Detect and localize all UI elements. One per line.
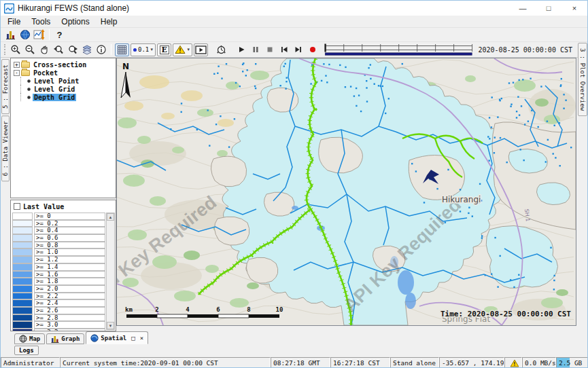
tree-item-cross-section[interactable]: +Cross-section (11, 60, 116, 69)
tree-item-label: Pocket (32, 69, 59, 77)
tree-toggle-icon[interactable]: - (14, 70, 20, 76)
logs-row: Logs (1, 344, 588, 357)
legend-row: >= 2.2 (12, 293, 105, 300)
legend-label: >= 3.2 (34, 329, 105, 331)
tab-5-forecast[interactable]: 5 : Forecast (1, 59, 10, 114)
labels-toggle-button[interactable]: E (157, 43, 171, 56)
skip-to-end-icon (294, 45, 303, 54)
legend-label: >= 0.4 (34, 227, 105, 234)
data-explorer-button[interactable] (3, 29, 18, 41)
scale-tick-label: 10 (276, 306, 283, 313)
status-system-time: Current system time:2020-09-01 00:00 CST (60, 357, 271, 368)
info-button[interactable] (94, 43, 108, 56)
legend-label: >= 2.4 (34, 299, 105, 307)
menu-help[interactable]: Help (95, 16, 123, 28)
tab-6-data-viewer[interactable]: 6 : Data Viewer (1, 115, 10, 181)
tree-toggle-icon[interactable]: + (14, 62, 20, 68)
zoom-previous-button[interactable] (51, 43, 65, 56)
grid-icon (117, 45, 127, 55)
layers-button[interactable] (80, 43, 94, 56)
legend-swatch (12, 249, 33, 256)
scroll-up-icon[interactable]: ▲ (107, 213, 114, 221)
record-icon (308, 45, 317, 54)
legend-swatch (12, 256, 33, 263)
app-logo-icon (4, 3, 14, 14)
help-button[interactable]: ? (52, 29, 67, 41)
menu-file[interactable]: File (2, 16, 26, 28)
record-button[interactable] (305, 43, 319, 56)
close-button[interactable]: × (561, 1, 587, 16)
pan-button[interactable] (37, 43, 51, 56)
animation-export-button[interactable] (194, 43, 208, 56)
last-value-label: Last Value (23, 203, 64, 210)
tab-map[interactable]: Map (14, 333, 45, 344)
tree-item-label: Level Point (33, 77, 80, 85)
grid-display-button[interactable] (115, 43, 129, 56)
legend-label: >= 1.6 (34, 271, 105, 278)
status-warning[interactable] (504, 357, 522, 368)
warning-triangle-icon (510, 359, 519, 367)
legend-swatch (12, 321, 33, 329)
legend-row: >= 1.0 (12, 249, 105, 256)
zoom-in-button[interactable] (8, 43, 22, 56)
legend-swatch (12, 213, 33, 220)
pause-button[interactable] (248, 43, 262, 56)
warnings-dropdown[interactable]: ▼ (173, 43, 192, 56)
toolbar-grip[interactable] (4, 44, 6, 55)
status-user: Administrator (1, 357, 60, 368)
time-slider-handle[interactable] (325, 44, 326, 52)
tab-graph[interactable]: Graph (46, 333, 84, 344)
current-time-display: 2020-08-25 00:00:00 CST (479, 46, 572, 54)
legend-label: >= 2.0 (34, 285, 105, 293)
zoom-next-icon (67, 44, 78, 55)
last-value-checkbox[interactable] (14, 203, 20, 210)
tree-item-level-point[interactable]: Level Point (11, 77, 116, 85)
stop-button[interactable] (262, 43, 277, 56)
menu-options[interactable]: Options (56, 16, 94, 28)
classbreak-interval-dropdown[interactable]: 0.1 ▼ (131, 43, 156, 56)
tree-item-depth-grid[interactable]: Depth Grid (11, 93, 116, 101)
tab-maximize-icon[interactable]: □ (131, 335, 135, 342)
go-to-start-button[interactable] (277, 43, 291, 56)
go-to-end-button[interactable] (291, 43, 305, 56)
tab-spatial[interactable]: Spatial □ × (86, 331, 148, 344)
zoom-out-button[interactable] (22, 43, 37, 56)
time-slider[interactable] (324, 43, 474, 56)
tab-close-icon[interactable]: × (140, 335, 143, 342)
tree-item-level-grid[interactable]: Level Grid (11, 85, 116, 93)
tab-map-label: Map (29, 335, 40, 342)
legend-label: >= 2.8 (34, 314, 105, 322)
maximize-button[interactable]: □ (536, 1, 561, 16)
timeseries-dialog-button[interactable] (32, 29, 46, 41)
warning-triangle-icon (175, 45, 186, 54)
map-display-button[interactable] (18, 29, 32, 41)
folder-icon (21, 70, 30, 76)
map-canvas[interactable]: API Key Required API Key Required Hikura… (117, 58, 576, 325)
bar-chart-icon (5, 29, 16, 40)
status-coordinates: -35.657 , 174.199 (439, 357, 504, 368)
menu-tools[interactable]: Tools (26, 16, 56, 28)
interval-value: 0.1 (138, 46, 149, 53)
tab-plot-overview[interactable]: 3 : Plot Overview (578, 43, 587, 116)
legend-row: >= 0.6 (12, 234, 105, 242)
skip-to-start-icon (279, 45, 289, 54)
zoom-next-button[interactable] (65, 43, 80, 56)
legend-label: >= 0.8 (34, 242, 105, 249)
tree-guide (20, 77, 27, 85)
legend-scrollbar[interactable]: ▲ ▼ (106, 213, 115, 330)
town-label: Hikurangi (442, 195, 481, 204)
menu-bar: FileToolsOptionsHelp (1, 16, 587, 28)
play-button[interactable] (234, 43, 248, 56)
legend-label: >= 0.2 (34, 220, 105, 227)
tree-item-pocket[interactable]: -Pocket (11, 69, 116, 77)
tree-item-label: Cross-section (32, 61, 88, 69)
filter-tree[interactable]: +Cross-section-PocketLevel PointLevel Gr… (10, 58, 116, 198)
right-tab-strip: 3 : Plot Overview (576, 42, 588, 331)
legend-row: >= 3.2 (12, 329, 105, 331)
chevron-down-icon: ▼ (150, 48, 154, 52)
tree-guide (20, 85, 27, 93)
logs-button[interactable]: Logs (14, 346, 39, 355)
minimize-button[interactable]: — (510, 1, 536, 16)
set-time-button[interactable] (214, 43, 228, 56)
scroll-down-icon[interactable]: ▼ (107, 322, 114, 329)
